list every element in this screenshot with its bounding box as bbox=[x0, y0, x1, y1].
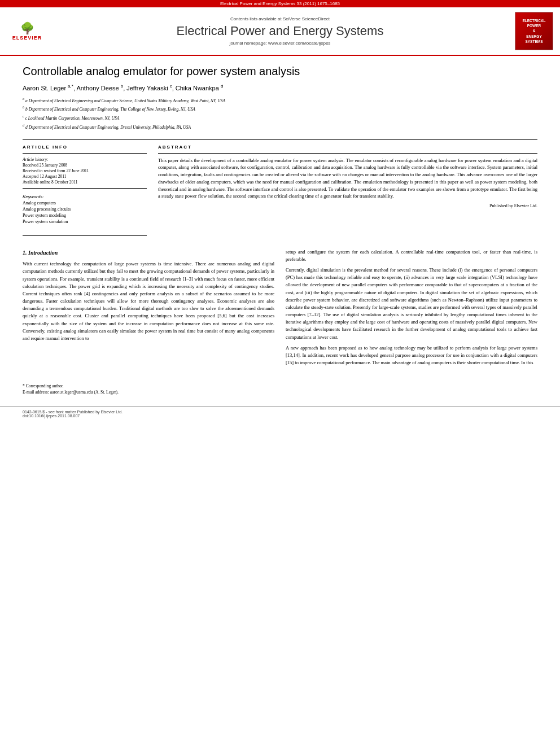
article-info-label: ARTICLE INFO bbox=[23, 145, 147, 150]
corresponding-author-note: * Corresponding author. bbox=[23, 383, 560, 388]
received-date: Received 25 January 2008 bbox=[23, 163, 147, 168]
intro-para-4: A new approach has been proposed as to h… bbox=[286, 344, 537, 367]
intro-para-2: setup and configure the system for each … bbox=[286, 248, 537, 263]
body-col-right: setup and configure the system for each … bbox=[286, 248, 537, 370]
keyword-2: Analog processing circuits bbox=[23, 207, 147, 212]
published-by: Published by Elsevier Ltd. bbox=[158, 203, 537, 208]
journal-header: 🌳 ELSEVIER Contents lists available at S… bbox=[0, 7, 560, 56]
body-section: 1. Introduction With current technology … bbox=[23, 248, 537, 370]
authors-line: Aaron St. Leger a,*, Anthony Deese b, Je… bbox=[23, 84, 537, 91]
journal-logo-right: ELECTRICALPOWER&ENERGYSYSTEMS bbox=[508, 12, 553, 50]
keyword-3: Power system modeling bbox=[23, 213, 147, 218]
footer-issn: 0142-0615/$ - see front matter Published… bbox=[23, 410, 537, 414]
accepted-date: Accepted 12 August 2011 bbox=[23, 174, 147, 179]
journal-brand-text: ELECTRICALPOWER&ENERGYSYSTEMS bbox=[522, 18, 545, 43]
abstract-col: ABSTRACT This paper details the developm… bbox=[158, 140, 537, 239]
article-info-abstract: ARTICLE INFO Article history: Received 2… bbox=[23, 139, 537, 239]
affiliation-a: a a Department of Electrical Engineering… bbox=[23, 96, 537, 104]
divider-2 bbox=[23, 188, 147, 189]
journal-brand-box: ELECTRICALPOWER&ENERGYSYSTEMS bbox=[515, 12, 553, 50]
journal-title: Electrical Power and Energy Systems bbox=[52, 24, 508, 38]
affiliations: a a Department of Electrical Engineering… bbox=[23, 96, 537, 130]
elsevier-tree-icon: 🌳 bbox=[20, 21, 34, 35]
keywords-section: Keywords: Analog computers Analog proces… bbox=[23, 194, 147, 224]
contents-available: Contents lists available at SciVerse Sci… bbox=[52, 16, 508, 21]
top-bar: Electrical Power and Energy Systems 33 (… bbox=[0, 0, 560, 7]
affiliation-b: b b Department of Electrical and Compute… bbox=[23, 104, 537, 112]
keyword-1: Analog computers bbox=[23, 200, 147, 206]
article-history-label: Article history: bbox=[23, 157, 147, 162]
paper-title: Controllable analog emulator for power s… bbox=[23, 65, 537, 78]
main-content: Controllable analog emulator for power s… bbox=[0, 56, 560, 379]
elsevier-brand: ELSEVIER bbox=[12, 35, 42, 41]
correspondence-section: * Corresponding author. E-mail address: … bbox=[0, 383, 560, 395]
keyword-4: Power system simulation bbox=[23, 219, 147, 224]
available-online-date: Available online 8 October 2011 bbox=[23, 180, 147, 185]
intro-para-1: With current technology the computation … bbox=[23, 260, 274, 342]
elsevier-logo-left: 🌳 ELSEVIER bbox=[7, 20, 52, 42]
footer-doi: doi:10.1016/j.ijepes.2011.08.007 bbox=[23, 414, 537, 418]
intro-heading: 1. Introduction bbox=[23, 248, 274, 257]
email-address: E-mail address: aaron.st.leger@usma.edu … bbox=[23, 390, 560, 395]
journal-homepage: journal homepage: www.elsevier.com/locat… bbox=[52, 41, 508, 46]
author-list: Aaron St. Leger a,*, Anthony Deese b, Je… bbox=[23, 85, 223, 91]
affiliation-d: d d Department of Electrical and Compute… bbox=[23, 123, 537, 130]
abstract-text: This paper details the development of a … bbox=[158, 157, 537, 200]
intro-para-3: Currently, digital simulation is the pre… bbox=[286, 267, 537, 341]
journal-citation: Electrical Power and Energy Systems 33 (… bbox=[220, 1, 340, 6]
abstract-divider bbox=[158, 153, 537, 154]
divider-1 bbox=[23, 153, 147, 154]
keywords-label: Keywords: bbox=[23, 194, 147, 199]
header-center: Contents lists available at SciVerse Sci… bbox=[52, 16, 508, 46]
affiliation-c: c c Lockheed Martin Corporation, Moorest… bbox=[23, 113, 537, 121]
body-col-left: 1. Introduction With current technology … bbox=[23, 248, 274, 370]
received-revised-date: Received in revised form 22 June 2011 bbox=[23, 168, 147, 173]
divider-3 bbox=[23, 235, 147, 236]
abstract-label: ABSTRACT bbox=[158, 145, 537, 150]
footer: 0142-0615/$ - see front matter Published… bbox=[0, 406, 560, 422]
article-info-col: ARTICLE INFO Article history: Received 2… bbox=[23, 140, 147, 239]
